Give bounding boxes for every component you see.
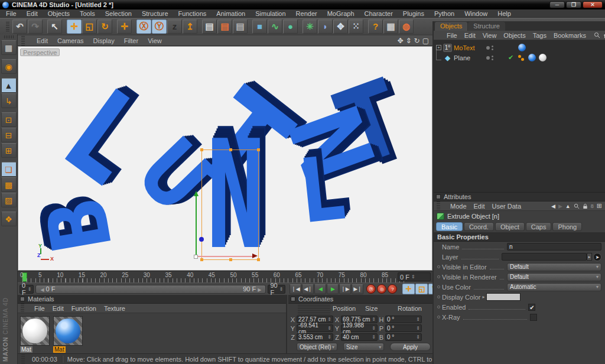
layer-picker-icon[interactable]: ➤ [593,253,601,261]
goto-start-button[interactable]: ❘◀ [290,284,301,294]
menubar-item[interactable]: Edit [27,10,38,17]
viewport-menu-item[interactable]: Filter [124,37,138,44]
anim-dot[interactable] [437,295,440,298]
coord-system-icon[interactable]: ↥ [183,20,197,34]
tree-row-motext[interactable]: + 1⁰ MoText [434,43,605,53]
om-menu-item[interactable]: Objects [503,32,525,39]
tree-row-plane[interactable]: ◆ Plane ✔ [434,53,605,63]
visible-editor-dropdown[interactable]: Default▾ [507,263,601,271]
expand-icon[interactable]: ✥ [333,20,348,34]
om-menu-item[interactable]: Tags [533,32,547,39]
gizmo-x-axis[interactable] [197,256,253,257]
gizmo-y-axis[interactable] [196,196,197,256]
point-mode-icon[interactable]: ⊡ [1,112,17,127]
viewport-menu-item[interactable]: Display [93,37,115,44]
attr-menu-handle[interactable] [437,202,440,211]
menubar-item[interactable]: Functions [178,10,207,17]
make-editable-icon[interactable]: ◉ [1,59,17,74]
kinematics-icon[interactable]: ❖ [1,212,17,226]
render-settings-icon[interactable]: ▤ [233,20,248,34]
scale-icon[interactable]: ◱ [82,20,97,34]
apply-button[interactable]: Apply [390,343,431,351]
rotation-field[interactable]: 0 °⇕ [385,324,422,332]
enabled-check-icon[interactable]: ✔ [508,54,515,61]
goto-end-button[interactable]: ▶❘ [352,284,363,294]
tab-coord[interactable]: Coord. [464,222,494,231]
timeline-ruler[interactable]: 051015202530354045505560657075808590 0 F… [18,271,432,282]
expand-icon[interactable]: + [436,45,441,50]
lock-y-icon[interactable]: Ⓨ [152,20,167,34]
minimize-button[interactable]: ─ [549,1,565,8]
live-selection-icon[interactable]: ↖ [47,20,62,34]
anim-dot[interactable] [437,306,440,308]
rotation-field[interactable]: 0 °⇕ [385,316,422,323]
prev-frame-button[interactable]: ◀❘ [302,284,314,294]
layer-field[interactable] [502,253,587,261]
attr-menu-item[interactable]: User Data [492,203,522,210]
play-backward-button[interactable]: ◀ [314,284,326,294]
autokey-button[interactable]: ◎ [377,284,386,294]
texture-axis-icon[interactable]: ▨ [1,193,17,207]
redo-icon[interactable]: ↷ [28,20,43,34]
menubar-item[interactable]: Structure [142,10,168,17]
position-field[interactable]: -69.541 cm⇕ [297,324,333,332]
object-label-motext[interactable]: MoText [454,44,484,51]
materials-menu-item[interactable]: Function [71,305,96,312]
link-icon[interactable]: 8 [591,203,594,209]
om-menu-item[interactable]: File [447,32,457,39]
viewport-canvas[interactable]: Perspective LBUTNTNL Y Z X [18,46,432,271]
history-back-icon[interactable]: ◀ [551,203,555,209]
anim-dot[interactable] [437,285,440,288]
material-thumbnail[interactable] [20,316,50,346]
om-menu-item[interactable]: Bookmarks [554,32,586,39]
help-icon[interactable]: ? [368,20,383,34]
editor-visibility-dot[interactable] [486,56,490,60]
menubar-item[interactable]: Animation [216,10,245,17]
gizmo-z-handle[interactable] [199,237,204,242]
add-cube-icon[interactable]: ■ [252,20,267,34]
anim-dot[interactable] [437,316,440,318]
menubar-item[interactable]: Simulation [255,10,285,17]
texture-mode-icon[interactable]: ▩ [1,177,17,192]
xray-checkbox[interactable] [530,314,537,321]
material-label[interactable]: Mat [20,346,32,353]
position-field[interactable]: 3.553 cm⇕ [297,333,333,341]
menubar-item[interactable]: MoGraph [327,10,354,17]
material-tag-icon[interactable] [539,54,547,61]
key-scale-icon[interactable]: ◱ [415,284,428,294]
vp-pan-icon[interactable]: ✥ [397,37,403,45]
layout-icon[interactable]: ▦ [1,40,17,55]
last-tool-icon[interactable]: ✛ [117,20,132,34]
om-menu-item[interactable]: Edit [464,32,476,39]
particles-icon[interactable]: ⁙ [349,20,363,34]
menubar-item[interactable]: Plugins [403,10,424,17]
menubar-item[interactable]: Python [434,10,454,17]
search-icon[interactable] [574,203,580,209]
end-frame-field[interactable]: 90 F⇕ [268,285,285,294]
next-frame-button[interactable]: ❘▶ [339,284,351,294]
menubar-item[interactable]: Window [464,10,487,17]
menubar-item[interactable]: Tools [80,10,95,17]
enabled-checkbox[interactable]: ✔ [528,304,535,311]
materials-menu-handle[interactable] [21,304,24,313]
object-mode-icon[interactable]: ❏ [1,162,17,177]
lock-z-icon[interactable]: z [167,20,182,34]
render-picture-icon[interactable]: ▤ [217,20,232,34]
rotation-field[interactable]: 0 °⇕ [385,333,422,341]
add-deformer-icon[interactable]: ◗ [318,20,333,34]
menubar-item[interactable]: Character [365,10,393,17]
gizmo-x-arrowhead[interactable] [252,254,258,258]
vp-maximize-icon[interactable]: ▢ [422,37,429,45]
editor-visibility-dot[interactable] [486,46,490,50]
anim-dot[interactable] [437,275,440,278]
new-panel-icon[interactable]: ⊞ [597,202,602,210]
tab-phong[interactable]: Phong [552,222,582,231]
name-field[interactable]: n [507,243,601,251]
gizmo-origin[interactable] [194,255,198,259]
sidebar-handle[interactable] [4,35,14,38]
move-icon[interactable]: ✛ [67,20,82,34]
model-mode-icon[interactable]: ▲ [1,78,17,93]
coordinates-handle[interactable] [298,305,330,314]
tab-objects[interactable]: Objects [435,22,467,31]
coord-mode-dropdown[interactable]: Object (Rel)▾ [297,343,337,351]
